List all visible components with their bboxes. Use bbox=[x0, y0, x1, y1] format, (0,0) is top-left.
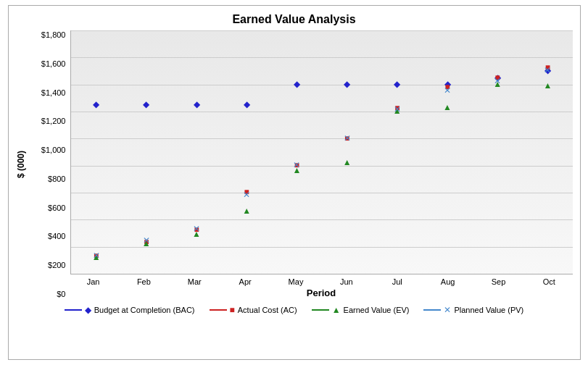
marker-BAC-4: ◆ bbox=[293, 79, 300, 89]
x-tick: Jun bbox=[323, 277, 370, 286]
marker-BAC-6: ◆ bbox=[394, 79, 401, 89]
legend-line-color bbox=[210, 309, 227, 311]
marker-BAC-3: ◆ bbox=[243, 99, 250, 109]
marker-EV-7: ▲ bbox=[443, 102, 452, 112]
legend-line-color bbox=[423, 309, 441, 311]
chart-title: Earned Value Analysis bbox=[16, 13, 573, 26]
marker-BAC-5: ◆ bbox=[344, 79, 351, 89]
legend-item-PV: ✕Planned Value (PV) bbox=[423, 306, 523, 314]
marker-PV-1: ✕ bbox=[142, 235, 149, 246]
y-tick: $600 bbox=[48, 204, 65, 212]
legend-marker: ■ bbox=[230, 306, 235, 314]
chart-legend: ◆Budget at Completion (BAC)■Actual Cost … bbox=[16, 306, 573, 314]
x-tick: Mar bbox=[171, 277, 218, 286]
legend-line-color bbox=[65, 309, 82, 311]
y-tick: $1,200 bbox=[41, 117, 66, 125]
y-axis: $1,800$1,600$1,400$1,200$1,000$800$600$4… bbox=[30, 30, 70, 298]
legend-item-AC: ■Actual Cost (AC) bbox=[210, 306, 297, 314]
marker-BAC-2: ◆ bbox=[193, 99, 200, 109]
x-tick: Feb bbox=[120, 277, 167, 286]
legend-marker: ◆ bbox=[85, 306, 91, 314]
marker-BAC-1: ◆ bbox=[143, 99, 150, 109]
marker-EV-9: ▲ bbox=[543, 80, 552, 91]
chart-svg: ◆◆◆◆◆◆◆◆◆◆■■■■■■■■■■▲▲▲▲▲▲▲▲▲▲✕✕✕✕✕✕✕✕✕✕ bbox=[71, 30, 573, 274]
plot-area: ◆◆◆◆◆◆◆◆◆◆■■■■■■■■■■▲▲▲▲▲▲▲▲▲▲✕✕✕✕✕✕✕✕✕✕ bbox=[70, 30, 573, 274]
y-tick: $800 bbox=[48, 175, 65, 183]
x-tick: Oct bbox=[526, 277, 572, 286]
marker-PV-0: ✕ bbox=[92, 251, 99, 261]
y-tick: $1,600 bbox=[41, 59, 66, 68]
y-tick: $1,000 bbox=[41, 146, 66, 154]
legend-label: Earned Value (EV) bbox=[344, 306, 410, 314]
legend-marker: ▲ bbox=[332, 306, 341, 314]
legend-item-EV: ▲Earned Value (EV) bbox=[312, 306, 410, 314]
y-axis-label: $ (000) bbox=[16, 30, 29, 298]
legend-line-color bbox=[312, 309, 329, 311]
marker-PV-5: ✕ bbox=[343, 133, 350, 143]
x-tick: Jan bbox=[70, 277, 117, 286]
legend-label: Budget at Completion (BAC) bbox=[94, 306, 195, 314]
plot-area-wrapper: ◆◆◆◆◆◆◆◆◆◆■■■■■■■■■■▲▲▲▲▲▲▲▲▲▲✕✕✕✕✕✕✕✕✕✕… bbox=[70, 30, 573, 298]
x-tick: Sep bbox=[476, 277, 522, 286]
x-axis-labels: JanFebMarAprMayJunJulAugSepOct bbox=[70, 274, 573, 286]
legend-label: Actual Cost (AC) bbox=[238, 306, 297, 314]
x-tick: Aug bbox=[425, 277, 471, 286]
y-tick: $1,800 bbox=[41, 30, 66, 39]
marker-PV-3: ✕ bbox=[243, 190, 250, 200]
marker-BAC-0: ◆ bbox=[93, 99, 100, 109]
y-tick: $400 bbox=[48, 232, 65, 240]
marker-PV-2: ✕ bbox=[193, 224, 200, 234]
marker-PV-9: ✕ bbox=[544, 65, 551, 75]
marker-PV-6: ✕ bbox=[393, 104, 400, 114]
marker-EV-3: ▲ bbox=[242, 206, 251, 216]
marker-PV-7: ✕ bbox=[444, 85, 451, 96]
marker-PV-4: ✕ bbox=[293, 160, 300, 170]
chart-container: Earned Value Analysis $ (000) $1,800$1,6… bbox=[8, 5, 581, 360]
x-tick: Jul bbox=[374, 277, 421, 286]
x-tick: May bbox=[273, 277, 319, 286]
x-tick: Apr bbox=[222, 277, 268, 286]
y-tick: $0 bbox=[57, 290, 65, 298]
marker-EV-5: ▲ bbox=[342, 157, 351, 167]
legend-marker: ✕ bbox=[444, 306, 451, 314]
y-tick: $200 bbox=[48, 261, 65, 269]
legend-label: Planned Value (PV) bbox=[454, 306, 523, 314]
y-tick: $1,400 bbox=[41, 88, 66, 97]
legend-item-BAC: ◆Budget at Completion (BAC) bbox=[65, 306, 195, 314]
x-axis-title: Period bbox=[70, 288, 573, 298]
marker-PV-8: ✕ bbox=[494, 76, 501, 86]
